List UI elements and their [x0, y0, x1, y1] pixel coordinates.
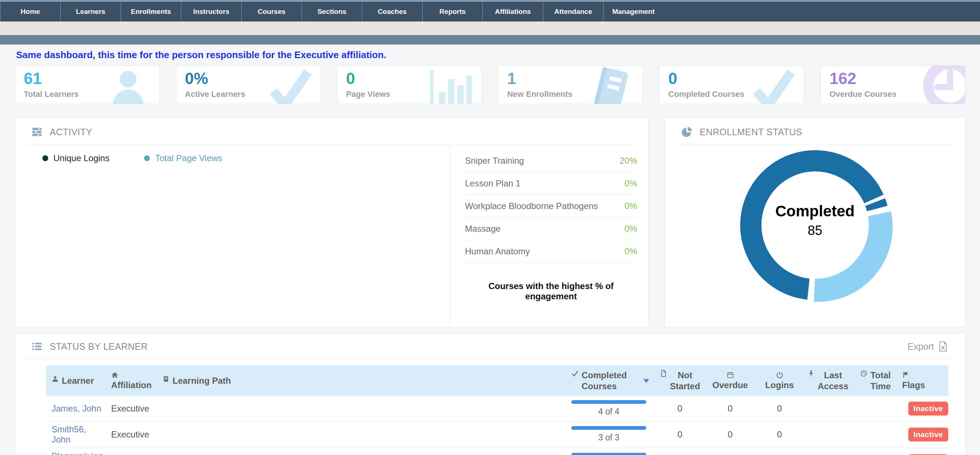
legend-dot [42, 155, 48, 161]
column-header-logins[interactable]: Logins [755, 366, 804, 396]
enrollment-title: ENROLLMENT STATUS [700, 127, 802, 137]
donut-center-label: Completed 85 [761, 172, 869, 279]
column-header-flags[interactable]: Flags [899, 366, 948, 396]
learning-path-cell [159, 448, 568, 455]
total-time-cell [852, 421, 899, 448]
stat-label: New Enrollments [507, 89, 572, 99]
learner-link[interactable]: James, John [51, 404, 101, 413]
stat-card-active-learners: 0% Active Learners [176, 65, 321, 104]
column-header-completed-courses[interactable]: Completed Courses [568, 366, 654, 396]
calendar-icon [727, 371, 734, 379]
status-by-learner-panel: STATUS BY LEARNER Export [14, 333, 966, 455]
page-caption: Same dashboard, this time for the person… [16, 49, 966, 60]
course-name: Human Anatomy [465, 246, 530, 256]
stat-card-new-enrollments: 1 New Enrollments [498, 65, 643, 104]
export-button[interactable]: Export [908, 341, 948, 352]
legend-dot [144, 155, 150, 161]
nav-tab-courses[interactable]: Courses [241, 2, 302, 22]
divider [26, 358, 954, 358]
status-badge: Inactive [908, 402, 948, 415]
engagement-caption: Courses with the highest % of engagement [465, 281, 637, 302]
list-item: Workplace Bloodborne Pathogens 0% [465, 195, 637, 218]
logins-cell: 0 [755, 396, 804, 421]
completed-courses-cell: 3 of 3 [568, 448, 654, 455]
stat-card-total-learners: 61 Total Learners [14, 65, 160, 104]
table-header-row: Learner Affiliation Learning Path [46, 366, 948, 396]
power-icon [776, 371, 783, 379]
activity-chart-area: Unique Logins Total Page Views [15, 144, 450, 327]
enrollment-header: ENROLLMENT STATUS [665, 118, 965, 144]
completed-courses-cell: 3 of 3 [568, 421, 654, 448]
nav-tab-coaches[interactable]: Coaches [362, 2, 422, 22]
nav-tab-attendance[interactable]: Attendance [543, 2, 603, 22]
donut-center-title: Completed [775, 202, 854, 220]
learning-path-cell [159, 396, 568, 421]
affiliation-cell: Executive [108, 448, 159, 455]
course-pct: 20% [620, 156, 637, 166]
enrollment-status-panel: ENROLLMENT STATUS Completed 85 [665, 117, 966, 328]
status-by-learner-header: STATUS BY LEARNER [32, 341, 148, 352]
column-header-last-access[interactable]: Last Access [804, 366, 852, 396]
pin-icon [807, 370, 815, 377]
list-item: Sniper Training 20% [465, 150, 637, 172]
person-icon [51, 375, 59, 383]
legend-unique-logins[interactable]: Unique Logins [42, 153, 109, 163]
nav-tab-management[interactable]: Management [603, 2, 663, 22]
check-icon [571, 370, 579, 377]
nav-tab-affiliations[interactable]: Affiliations [482, 2, 543, 22]
overdue-cell: 0 [705, 448, 755, 455]
progress-label: 4 of 4 [571, 407, 646, 417]
flag-icon [902, 371, 910, 379]
file-icon [660, 370, 667, 377]
status-by-learner-table: Learner Affiliation Learning Path [46, 366, 948, 455]
legend-total-page-views[interactable]: Total Page Views [144, 153, 222, 163]
last-access-cell [804, 421, 852, 448]
list-item: Lesson Plan 1 0% [465, 172, 637, 195]
affiliation-cell: Executive [108, 421, 159, 448]
course-name: Lesson Plan 1 [465, 178, 520, 189]
course-name: Sniper Training [465, 156, 524, 166]
learning-path-cell [159, 421, 568, 448]
enrollment-donut-chart[interactable]: Completed 85 [740, 150, 890, 300]
table-row: Bloppxaijxioa, Harry Executive 3 of 3 0 … [46, 448, 948, 455]
check-icon [267, 67, 313, 104]
nav-tab-instructors[interactable]: Instructors [181, 2, 241, 22]
nav-tab-enrollments[interactable]: Enrollments [121, 2, 181, 22]
nav-tab-learners[interactable]: Learners [60, 2, 121, 22]
column-header-learning-path[interactable]: Learning Path [159, 366, 568, 396]
excel-export-icon [938, 341, 948, 352]
table-row: James, John Executive 4 of 4 0 0 0 Inact [46, 396, 948, 421]
status-badge: Inactive [908, 428, 948, 441]
learner-link[interactable]: Bloppxaijxioa, Harry [51, 451, 106, 455]
last-access-cell [804, 396, 852, 421]
course-name: Massage [465, 224, 500, 234]
stat-label: Page Views [346, 89, 390, 99]
nav-tab-reports[interactable]: Reports [422, 2, 482, 22]
stat-card-page-views: 0 Page Views [337, 65, 482, 104]
progress-bar [571, 426, 646, 430]
legend-label: Total Page Views [155, 153, 222, 163]
status-by-learner-title: STATUS BY LEARNER [50, 341, 148, 352]
person-icon [107, 67, 149, 104]
check-icon [750, 67, 796, 104]
course-pct: 0% [624, 246, 637, 256]
nav-tab-home[interactable]: Home [0, 2, 60, 22]
column-header-total-time[interactable]: Total Time [852, 366, 899, 396]
column-header-learner[interactable]: Learner [46, 366, 108, 396]
activity-icon [32, 126, 42, 137]
stat-label: Completed Courses [668, 89, 744, 99]
column-header-not-started[interactable]: Not Started [654, 366, 705, 396]
donut-center-value: 85 [807, 223, 822, 238]
column-header-affiliation[interactable]: Affiliation [108, 366, 159, 396]
pie-chart-icon [681, 126, 692, 137]
progress-label: 3 of 3 [571, 433, 646, 442]
stat-label: Active Learners [185, 89, 245, 99]
table-row: Smith56, John Executive 3 of 3 0 0 0 Ina [46, 421, 948, 448]
completed-courses-cell: 4 of 4 [568, 396, 654, 421]
flags-cell: Inactive [899, 396, 948, 421]
learner-link[interactable]: Smith56, John [51, 424, 86, 444]
nav-tab-sections[interactable]: Sections [302, 2, 362, 22]
main-nav: Home Learners Enrollments Instructors Co… [0, 2, 980, 22]
total-time-cell [852, 396, 899, 421]
column-header-overdue[interactable]: Overdue [705, 366, 755, 396]
